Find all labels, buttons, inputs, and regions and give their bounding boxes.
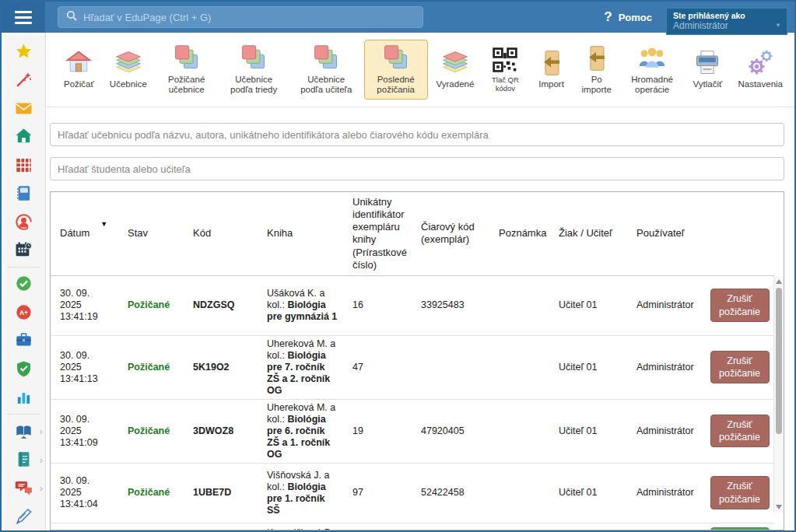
loans-table: Dátum▼ Stav Kód Kniha Unikátny identifik…	[50, 191, 784, 530]
global-search[interactable]	[58, 6, 423, 28]
toolbar-item-vytla-i[interactable]: Vytlačiť	[686, 44, 729, 94]
toolbar-item-posledn-po-i-ania[interactable]: Posledné požičania	[364, 40, 428, 100]
sidebar-divider	[7, 267, 40, 268]
column-header-kniha[interactable]: Kniha	[258, 192, 343, 275]
calendar-icon	[15, 241, 33, 259]
sidebar-item-check[interactable]	[2, 270, 45, 298]
svg-text:A+: A+	[19, 309, 27, 317]
loans-table-body: 30. 09. 2025 13:41:19 Požičané NDZGSQ Uš…	[51, 275, 774, 530]
squares-icon	[381, 44, 411, 72]
column-header-datum[interactable]: Dátum▼	[51, 192, 118, 275]
toolbar-item-label: Učebnice podľa triedy	[226, 75, 282, 95]
column-header-ciarovy-kod[interactable]: Čiarový kód (exemplár)	[412, 192, 489, 275]
cancel-loan-button[interactable]: Zrušiť požičanie	[710, 415, 770, 448]
user-cell: Administrátor	[627, 275, 700, 335]
grades-icon: A+	[15, 303, 33, 321]
sidebar-item-star[interactable]	[2, 37, 45, 65]
chevron-right-icon: ›	[40, 482, 43, 494]
book-code: 3DWOZ8	[193, 425, 233, 436]
scroll-up-button[interactable]	[774, 277, 784, 286]
table-row: Kvasničková D	[51, 523, 774, 530]
toolbar-item-po-i-an-u-ebnice[interactable]: Požičané učebnice	[156, 40, 218, 100]
sidebar-item-pen[interactable]	[2, 502, 45, 530]
user-icon	[15, 213, 33, 231]
loan-date: 30. 09. 2025	[60, 288, 114, 311]
column-header-kod[interactable]: Kód	[184, 192, 258, 275]
hamburger-menu-button[interactable]	[2, 2, 45, 33]
column-header-poznamka[interactable]: Poznámka	[489, 192, 549, 275]
cancel-loan-button[interactable]: Zrušiť požičanie	[710, 351, 770, 384]
copy-identifier: 47	[343, 335, 412, 399]
user-menu[interactable]: Ste prihlásený ako Administrátor ▼	[666, 8, 787, 35]
toolbar-item-nastavenia[interactable]: Nastavenia	[731, 44, 790, 94]
toolbar-item-u-ebnice[interactable]: Učebnice	[103, 44, 154, 94]
student-teacher: Učiteľ 01	[549, 399, 627, 463]
sidebar-item-home[interactable]	[2, 122, 45, 150]
confirm-loan-button[interactable]	[710, 527, 770, 531]
student-teacher: Učiteľ 01	[549, 463, 627, 523]
global-search-input[interactable]	[83, 12, 415, 23]
loan-date: 30. 09. 2025	[60, 475, 114, 499]
sidebar-item-chat[interactable]: ›	[2, 474, 45, 502]
note	[489, 523, 549, 530]
person-search-input[interactable]	[50, 157, 784, 180]
toolbar-item-label: Požičať	[64, 79, 94, 89]
squares-icon	[311, 44, 341, 72]
help-label: Pomoc	[619, 12, 652, 23]
note	[489, 463, 549, 523]
toolbar-item-hromadn-oper-cie[interactable]: Hromadné operácie	[620, 40, 685, 100]
column-header-stav[interactable]: Stav	[118, 192, 184, 275]
notes-icon	[15, 450, 33, 468]
sidebar-item-briefcase[interactable]	[2, 327, 45, 355]
chart-icon	[15, 388, 33, 406]
cancel-loan-button[interactable]: Zrušiť požičanie	[710, 289, 770, 322]
pen-icon	[15, 507, 33, 525]
cancel-loan-button[interactable]: Zrušiť požičanie	[710, 476, 770, 509]
qr-icon	[490, 46, 520, 74]
main-area: PožičaťUčebnicePožičané učebniceUčebnice…	[46, 33, 794, 530]
sidebar-item-wand[interactable]	[2, 65, 45, 93]
book-search-input[interactable]	[50, 123, 784, 146]
notebook-icon	[15, 184, 33, 202]
toolbar-item-tla-qr-k-dov[interactable]: Tlač QR kódov	[482, 41, 528, 98]
scrollbar-thumb[interactable]	[776, 288, 782, 434]
toolbar-item-vyraden[interactable]: Vyradené	[430, 44, 482, 94]
layers-icon	[440, 49, 470, 77]
barcode: 52422458	[412, 463, 489, 523]
note	[489, 335, 549, 399]
note	[489, 275, 549, 335]
sidebar-item-grades[interactable]: A+	[2, 298, 45, 326]
column-header-ziak-ucitel[interactable]: Žiak / Učiteľ	[549, 192, 627, 275]
help-button[interactable]: ? Pomoc	[604, 9, 652, 25]
sidebar-item-calendar[interactable]	[2, 236, 45, 264]
barcode	[412, 335, 489, 399]
sidebar-item-notes[interactable]: ›	[2, 446, 45, 474]
toolbar-item-po-i-a[interactable]: Požičať	[57, 44, 101, 94]
user-cell: Administrátor	[627, 463, 700, 523]
people-icon	[637, 44, 667, 72]
toolbar-item-import[interactable]: Import	[530, 44, 573, 94]
sidebar-item-user[interactable]	[2, 208, 45, 236]
column-header-pouzivatel[interactable]: Používateľ	[627, 192, 700, 275]
column-header-identifikator[interactable]: Unikátny identifikátor exempláru knihy (…	[343, 192, 412, 275]
table-header-row: Dátum▼ Stav Kód Kniha Unikátny identifik…	[51, 192, 774, 275]
sidebar-item-chart[interactable]	[2, 383, 45, 411]
sidebar-item-library[interactable]: ›	[2, 417, 45, 445]
top-bar: ? Pomoc Ste prihlásený ako Administrátor…	[2, 2, 794, 33]
content-area: Dátum▼ Stav Kód Kniha Unikátny identifik…	[46, 107, 794, 530]
scroll-down-button[interactable]	[774, 502, 784, 512]
toolbar-item-u-ebnice-pod-a-triedy[interactable]: Učebnice podľa triedy	[219, 40, 289, 100]
sidebar-divider	[7, 414, 40, 415]
toolbar-item-u-ebnice-pod-a-u-ite-a[interactable]: Učebnice podľa učiteľa	[290, 40, 363, 100]
logged-in-label: Ste prihlásený ako	[673, 11, 780, 21]
sidebar-item-mail[interactable]	[2, 94, 45, 122]
book-author: Kvasničková D	[267, 527, 331, 531]
sidebar-item-shield[interactable]	[2, 355, 45, 383]
app-window: ? Pomoc Ste prihlásený ako Administrátor…	[0, 0, 796, 532]
table-scrollbar[interactable]	[773, 276, 784, 513]
chevron-down-icon: ▼	[775, 22, 781, 29]
sidebar-item-notebook[interactable]	[2, 179, 45, 207]
sidebar-item-timetable[interactable]	[2, 151, 45, 179]
toolbar-item-po-importe[interactable]: Po importe	[575, 40, 619, 100]
toolbar-item-label: Učebnice	[110, 79, 147, 89]
